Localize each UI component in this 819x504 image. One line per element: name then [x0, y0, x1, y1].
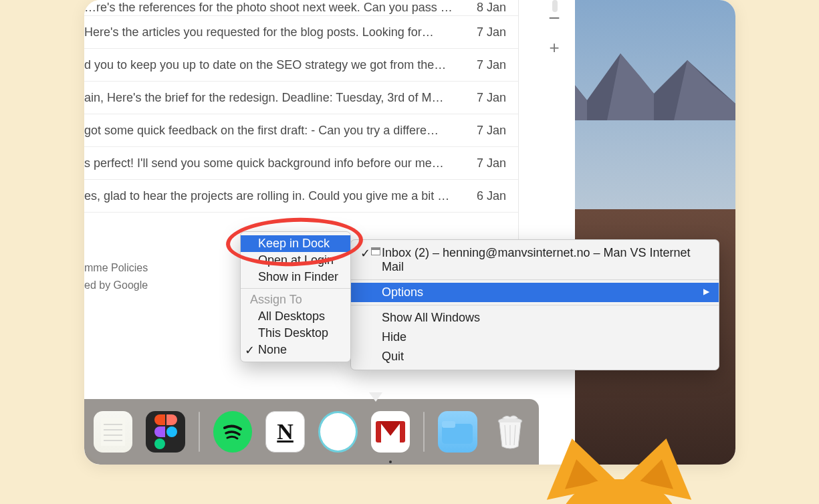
checkmark-icon: ✓ — [360, 246, 370, 261]
menu-window-label: Inbox (2) – henning@manvsinternet.no – M… — [382, 246, 691, 273]
email-date: 7 Jan — [469, 58, 506, 72]
menu-quit[interactable]: Quit — [351, 347, 719, 366]
email-preview: ain, Here's the brief for the redesign. … — [84, 91, 443, 105]
dock-separator — [423, 412, 425, 452]
submenu-none-label: None — [258, 343, 287, 356]
screenshot-frame: − + …re's the references for the photo s… — [84, 0, 735, 465]
menu-show-all-windows[interactable]: Show All Windows — [351, 308, 719, 328]
side-strip: − + — [534, 0, 575, 465]
menu-options[interactable]: Options — [351, 283, 719, 302]
submenu-this-desktop[interactable]: This Desktop — [241, 325, 350, 342]
email-row[interactable]: got some quick feedback on the first dra… — [84, 114, 518, 147]
submenu-show-in-finder[interactable]: Show in Finder — [241, 269, 350, 285]
dock-folder-downloads[interactable] — [438, 411, 477, 453]
email-date: 7 Jan — [469, 91, 506, 105]
submenu-assign-to-header: Assign To — [241, 291, 350, 308]
email-list-panel: …re's the references for the photo shoot… — [84, 0, 519, 249]
menu-hide[interactable]: Hide — [351, 328, 719, 347]
submenu-none[interactable]: ✓ None — [241, 342, 350, 358]
menu-separator — [351, 279, 719, 280]
submenu-all-desktops[interactable]: All Desktops — [241, 308, 350, 325]
decorative-cat — [540, 438, 698, 504]
dock: N — [84, 399, 539, 465]
menu-separator — [351, 305, 719, 305]
email-row[interactable]: Here's the articles you requested for th… — [84, 16, 518, 49]
dock-app-notion[interactable]: N — [265, 411, 305, 453]
dock-app-notes[interactable] — [94, 411, 132, 453]
email-preview: …re's the references for the photo shoot… — [84, 1, 453, 15]
email-date: 8 Jan — [469, 1, 506, 15]
dock-app-circle[interactable] — [318, 411, 358, 453]
notion-icon: N — [277, 419, 294, 445]
dock-app-gmail[interactable] — [371, 411, 410, 453]
dock-trash[interactable] — [491, 411, 530, 453]
submenu-open-at-login[interactable]: Open at Login — [241, 252, 350, 269]
notes-icon — [101, 418, 125, 446]
dock-app-spotify[interactable] — [213, 411, 252, 453]
dock-separator — [199, 412, 200, 452]
running-indicator — [389, 461, 392, 463]
email-preview: es, glad to hear the projects are rollin… — [84, 189, 449, 203]
email-row[interactable]: es, glad to hear the projects are rollin… — [84, 180, 518, 213]
email-date: 7 Jan — [469, 124, 506, 138]
gmail-icon — [376, 421, 405, 443]
zoom-in-button[interactable]: + — [544, 37, 564, 57]
menu-separator — [241, 288, 350, 289]
zoom-out-button[interactable]: − — [544, 8, 564, 28]
email-preview: d you to keep you up to date on the SEO … — [84, 58, 446, 72]
dock-context-menu: ✓ Inbox (2) – henning@manvsinternet.no –… — [350, 239, 719, 370]
svg-rect-4 — [101, 418, 125, 446]
spotify-icon — [219, 418, 246, 445]
footer-policies: mme Policies — [84, 262, 148, 274]
trash-icon — [495, 414, 525, 449]
email-preview: s perfect! I'll send you some quick back… — [84, 156, 444, 170]
email-date: 7 Jan — [469, 25, 506, 39]
email-preview: Here's the articles you requested for th… — [84, 25, 434, 39]
email-date: 7 Jan — [469, 156, 506, 170]
email-date: 6 Jan — [469, 189, 506, 203]
menu-options-label: Options — [382, 285, 423, 299]
options-submenu: Keep in Dock Open at Login Show in Finde… — [240, 231, 351, 362]
email-row[interactable]: d you to keep you up to date on the SEO … — [84, 49, 518, 82]
email-preview: got some quick feedback on the first dra… — [84, 124, 439, 138]
figma-icon — [154, 414, 177, 449]
email-row[interactable]: s perfect! I'll send you some quick back… — [84, 147, 518, 180]
menu-window-item[interactable]: ✓ Inbox (2) – henning@manvsinternet.no –… — [351, 243, 719, 277]
email-row[interactable]: …re's the references for the photo shoot… — [84, 0, 518, 16]
folder-icon — [441, 418, 474, 445]
dock-app-figma[interactable] — [146, 411, 185, 453]
desktop-wallpaper: − + — [534, 0, 735, 465]
email-row[interactable]: ain, Here's the brief for the redesign. … — [84, 82, 518, 114]
window-icon — [371, 247, 380, 255]
checkmark-icon: ✓ — [245, 343, 255, 358]
svg-rect-10 — [442, 421, 455, 428]
footer-powered: ed by Google — [84, 279, 148, 291]
submenu-keep-in-dock[interactable]: Keep in Dock — [241, 235, 350, 252]
menu-pointer — [369, 392, 382, 402]
